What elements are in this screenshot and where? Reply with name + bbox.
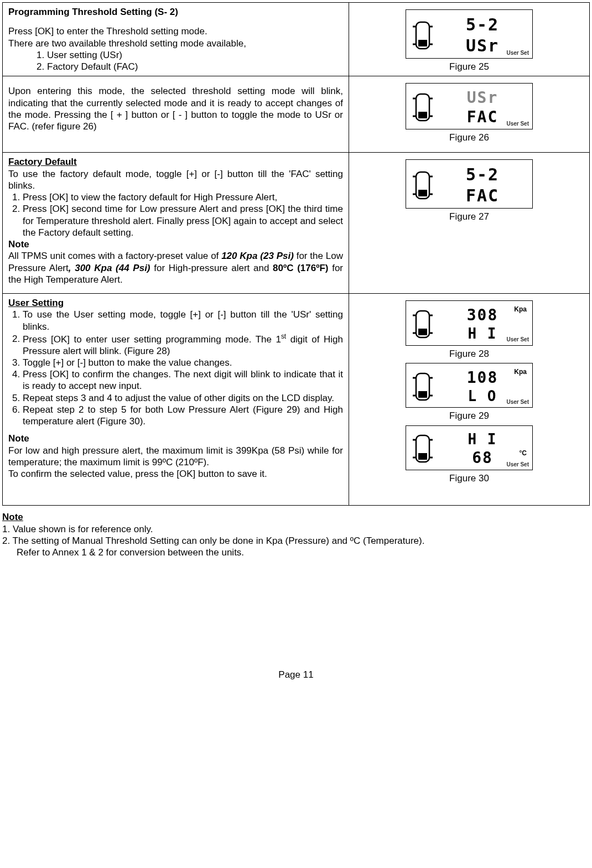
- fig28-caption: Figure 28: [355, 348, 584, 360]
- row2-text: Upon entering this mode, the selected th…: [8, 85, 343, 132]
- fig26-line1: USr: [440, 88, 525, 107]
- row2-right: USr FAC User Set Figure 26: [349, 76, 589, 153]
- device-fig30: °C H I 68 User Set: [406, 425, 533, 471]
- device-fig26: USr FAC User Set: [406, 83, 533, 129]
- fig26-caption: Figure 26: [355, 132, 584, 143]
- header-right-cell: 5-2 USr User Set Figure 25: [349, 3, 589, 76]
- factory-note-text: All TPMS unit comes with a factory-prese…: [8, 250, 343, 285]
- fig30-line1: H I: [440, 430, 525, 449]
- user-step4: Press [OK] to confirm the changes. The n…: [23, 368, 343, 392]
- bottom-note-heading: Note: [2, 511, 590, 523]
- bottom-note-l3: Refer to Annex 1 & 2 for conversion betw…: [17, 547, 590, 558]
- svg-rect-17: [418, 190, 427, 196]
- factory-step1: Press [OK] to view the factory default f…: [23, 191, 343, 203]
- fig30-caption: Figure 30: [355, 472, 584, 484]
- car-icon: [411, 308, 435, 341]
- device-fig28: Kpa 308 H I User Set: [406, 300, 533, 346]
- page-number: Page 11: [2, 669, 590, 680]
- user-left: User Setting To use the User setting mod…: [3, 294, 349, 506]
- car-icon: [411, 370, 435, 403]
- svg-rect-35: [418, 453, 427, 460]
- svg-rect-29: [418, 391, 427, 398]
- user-note-heading: Note: [8, 433, 343, 444]
- car-icon: [411, 432, 435, 465]
- fig29-caption: Figure 29: [355, 410, 584, 422]
- user-step1: To use the User setting mode, toggle [+]…: [23, 309, 343, 332]
- user-heading: User Setting: [8, 297, 343, 309]
- factory-left: Factory Default To use the factory defau…: [3, 153, 349, 294]
- main-table: Programming Threshold Setting (S- 2) Pre…: [2, 2, 590, 506]
- factory-right: 5-2 FAC Figure 27: [349, 153, 589, 294]
- user-note-text1: For low and high pressure alert, the max…: [8, 445, 343, 469]
- user-right: Kpa 308 H I User Set Figure 28 Kpa: [349, 294, 589, 506]
- factory-intro: To use the factory default mode, toggle …: [8, 168, 343, 192]
- fig28-unit: Kpa: [514, 305, 527, 314]
- device-fig29: Kpa 108 L O User Set: [406, 363, 533, 408]
- fig30-corner: User Set: [506, 461, 529, 469]
- fig29-corner: User Set: [506, 399, 529, 406]
- factory-step2: Press [OK] second time for Low pressure …: [23, 203, 343, 238]
- intro-line-2: There are two available threshold settin…: [8, 38, 343, 49]
- fig27-line2: FAC: [440, 185, 525, 206]
- device-fig27: 5-2 FAC: [406, 159, 533, 209]
- device-fig25: 5-2 USr User Set: [406, 9, 533, 59]
- fig28-corner: User Set: [506, 336, 529, 344]
- option-usr: User setting (USr): [47, 49, 343, 61]
- car-icon: [411, 19, 435, 52]
- fig28-line1: 308: [440, 305, 525, 325]
- option-fac: Factory Default (FAC): [47, 61, 343, 72]
- bottom-note-l2: 2. The setting of Manual Threshold Setti…: [2, 535, 590, 547]
- user-step5: Repeat steps 3 and 4 to adjust the value…: [23, 392, 343, 404]
- header-left-cell: Programming Threshold Setting (S- 2) Pre…: [3, 3, 349, 76]
- fig29-line1: 108: [440, 368, 525, 387]
- fig27-line1: 5-2: [440, 164, 525, 185]
- svg-rect-5: [418, 40, 427, 46]
- fig26-corner: User Set: [506, 121, 529, 128]
- user-step6: Repeat step 2 to step 5 for both Low Pre…: [23, 404, 343, 428]
- fig30-unit: °C: [520, 449, 527, 458]
- factory-note-heading: Note: [8, 238, 343, 250]
- fig27-caption: Figure 27: [355, 211, 584, 222]
- user-step3: Toggle [+] or [-] button to make the val…: [23, 357, 343, 368]
- fig25-line1: 5-2: [440, 14, 525, 35]
- fig25-caption: Figure 25: [355, 61, 584, 72]
- car-icon: [411, 169, 435, 202]
- svg-rect-11: [418, 112, 427, 118]
- user-step2: Press [OK] to enter user setting program…: [23, 332, 343, 357]
- intro-line-1: Press [OK] to enter the Threshold settin…: [8, 25, 343, 37]
- fig25-corner: User Set: [506, 50, 529, 57]
- section-title: Programming Threshold Setting (S- 2): [8, 6, 343, 18]
- svg-rect-23: [418, 329, 427, 335]
- car-icon: [411, 91, 435, 124]
- user-note-text2: To confirm the selected value, press the…: [8, 468, 343, 480]
- fig29-unit: Kpa: [514, 368, 527, 376]
- row2-left: Upon entering this mode, the selected th…: [3, 76, 349, 153]
- factory-heading: Factory Default: [8, 156, 343, 168]
- bottom-note-l1: 1. Value shown is for reference only.: [2, 523, 590, 535]
